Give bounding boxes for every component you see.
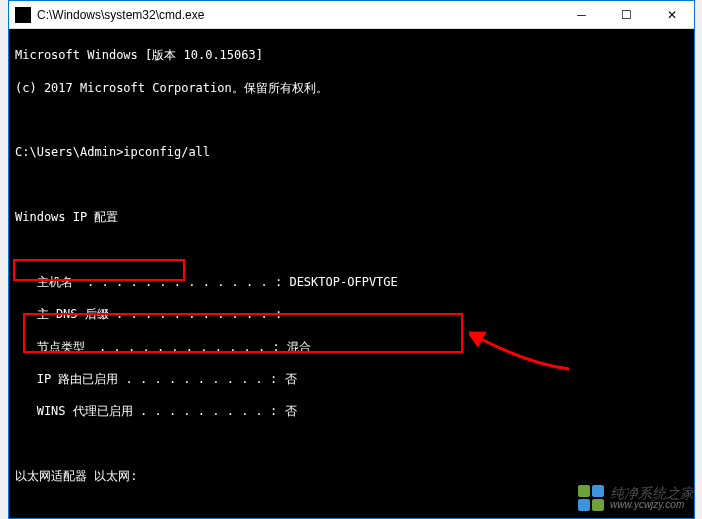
cmd-window: C:\Windows\system32\cmd.exe ─ ☐ ✕ Micros…	[8, 0, 695, 519]
window-controls: ─ ☐ ✕	[559, 1, 694, 29]
banner-line: Microsoft Windows [版本 10.0.15063]	[15, 47, 688, 63]
maximize-button[interactable]: ☐	[604, 1, 649, 29]
close-button[interactable]: ✕	[649, 1, 694, 29]
host-line: WINS 代理已启用 . . . . . . . . . : 否	[15, 403, 688, 419]
host-line: IP 路由已启用 . . . . . . . . . . : 否	[15, 371, 688, 387]
prompt-line: C:\Users\Admin>ipconfig/all	[15, 144, 688, 160]
blank-line	[15, 112, 688, 128]
watermark-logo-icon	[578, 485, 604, 511]
console-area[interactable]: Microsoft Windows [版本 10.0.15063] (c) 20…	[9, 29, 694, 518]
host-line: 主 DNS 后缀 . . . . . . . . . . . :	[15, 306, 688, 322]
cmd-icon	[15, 7, 31, 23]
window-title: C:\Windows\system32\cmd.exe	[37, 8, 559, 22]
watermark-url: www.ycwjzy.com	[610, 500, 694, 510]
adapter-heading: 以太网适配器 以太网:	[15, 468, 688, 484]
section-heading: Windows IP 配置	[15, 209, 688, 225]
host-line: 节点类型 . . . . . . . . . . . . : 混合	[15, 339, 688, 355]
watermark-name: 纯净系统之家	[610, 486, 694, 500]
blank-line	[15, 177, 688, 193]
blank-line	[15, 436, 688, 452]
banner-line: (c) 2017 Microsoft Corporation。保留所有权利。	[15, 80, 688, 96]
minimize-button[interactable]: ─	[559, 1, 604, 29]
host-line: 主机名 . . . . . . . . . . . . . : DESKTOP-…	[15, 274, 688, 290]
titlebar: C:\Windows\system32\cmd.exe ─ ☐ ✕	[9, 1, 694, 29]
watermark-text: 纯净系统之家 www.ycwjzy.com	[610, 486, 694, 510]
blank-line	[15, 241, 688, 257]
watermark: 纯净系统之家 www.ycwjzy.com	[578, 485, 694, 511]
